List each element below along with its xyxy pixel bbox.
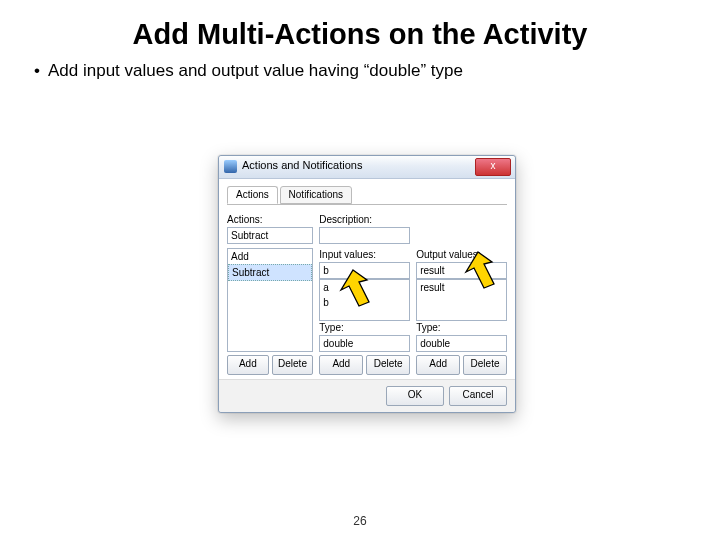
action-name-input[interactable]: Subtract — [227, 227, 313, 244]
list-item[interactable]: a — [320, 280, 409, 295]
output-add-button[interactable]: Add — [416, 355, 460, 375]
list-item[interactable]: b — [320, 295, 409, 310]
close-button[interactable]: x — [475, 158, 511, 176]
dialog-title: Actions and Notifications — [242, 159, 362, 171]
actions-dialog: Actions and Notifications x Actions Noti… — [218, 155, 516, 413]
dialog-titlebar[interactable]: Actions and Notifications x — [219, 156, 515, 179]
input-values-label: Input values: — [319, 249, 410, 260]
input-values-list[interactable]: a b — [319, 279, 410, 321]
slide-title: Add Multi-Actions on the Activity — [0, 0, 720, 57]
page-number: 26 — [0, 514, 720, 528]
description-input[interactable] — [319, 227, 410, 244]
output-type-label: Type: — [416, 322, 507, 333]
ok-button[interactable]: OK — [386, 386, 444, 406]
actions-add-button[interactable]: Add — [227, 355, 269, 375]
input-delete-button[interactable]: Delete — [366, 355, 410, 375]
actions-label: Actions: — [227, 214, 313, 225]
bullet-text: Add input values and output value having… — [48, 61, 463, 80]
description-label: Description: — [319, 214, 410, 225]
input-type-select[interactable]: double — [319, 335, 410, 352]
tab-notifications[interactable]: Notifications — [280, 186, 352, 204]
bullet-line: •Add input values and output value havin… — [0, 57, 720, 81]
app-icon — [224, 160, 237, 173]
output-values-list[interactable]: result — [416, 279, 507, 321]
list-item[interactable]: result — [417, 280, 506, 295]
actions-delete-button[interactable]: Delete — [272, 355, 314, 375]
actions-list[interactable]: Add Subtract — [227, 248, 313, 352]
input-add-button[interactable]: Add — [319, 355, 363, 375]
list-item[interactable]: Subtract — [228, 264, 312, 281]
list-item[interactable]: Add — [228, 249, 312, 264]
output-values-label: Output values: — [416, 249, 507, 260]
cancel-button[interactable]: Cancel — [449, 386, 507, 406]
output-delete-button[interactable]: Delete — [463, 355, 507, 375]
input-value-input[interactable]: b — [319, 262, 410, 279]
output-value-input[interactable]: result — [416, 262, 507, 279]
tab-strip: Actions Notifications — [227, 185, 507, 205]
output-type-select[interactable]: double — [416, 335, 507, 352]
tab-actions[interactable]: Actions — [227, 186, 278, 204]
input-type-label: Type: — [319, 322, 410, 333]
